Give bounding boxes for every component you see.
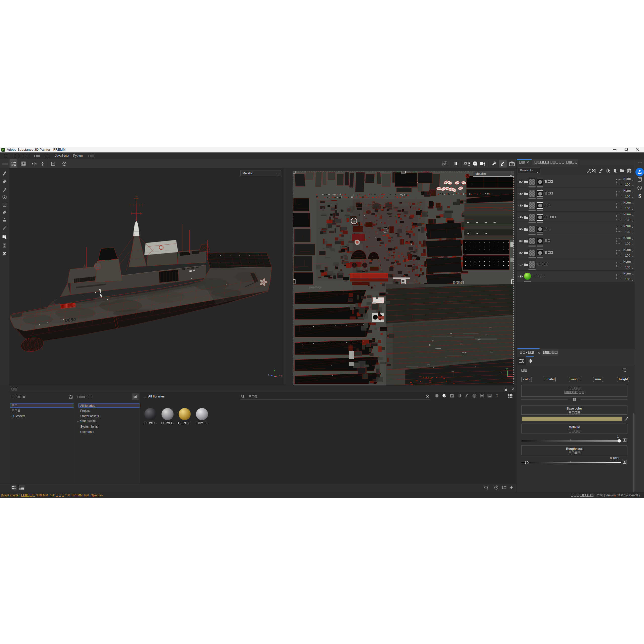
svg-text:90: 90: [363, 178, 368, 182]
svg-text:T: T: [496, 394, 498, 398]
svg-text:V: V: [506, 368, 508, 370]
svg-text:z: z: [268, 374, 269, 376]
svg-text:S: S: [638, 193, 641, 199]
svg-text:y: y: [274, 369, 275, 371]
svg-text:30: 30: [349, 185, 353, 189]
svg-text:x: x: [281, 375, 282, 377]
svg-text:D650: D650: [453, 280, 464, 285]
svg-text:Oeuodeu6: Oeuodeu6: [309, 286, 321, 289]
svg-text:U: U: [513, 376, 514, 378]
